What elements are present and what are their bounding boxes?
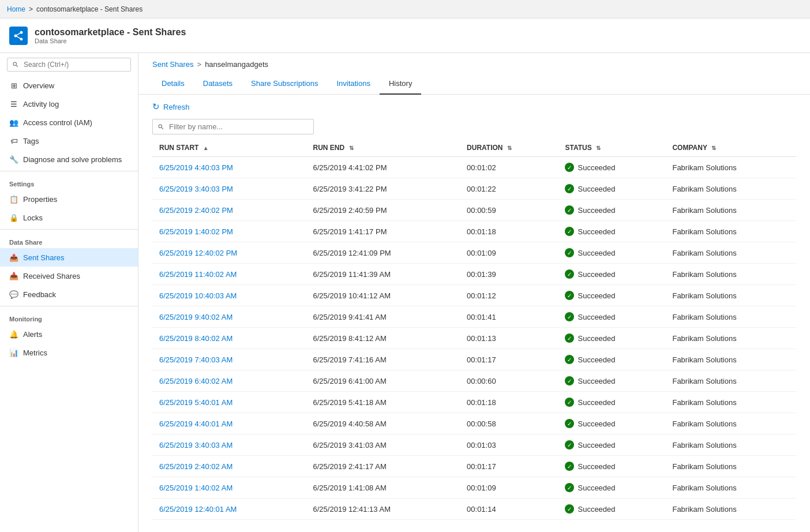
col-run-start[interactable]: RUN START ▲ [152,139,306,157]
breadcrumb-sep-1: > [29,5,33,13]
top-breadcrumb: Home > contosomarketplace - Sent Shares [0,0,810,18]
toolbar: ↻ Refresh [138,95,810,119]
cell-duration-5: 00:01:39 [460,264,558,285]
table-row: 6/25/2019 6:40:02 AM 6/25/2019 6:41:00 A… [152,370,796,392]
cell-status-5: ✓Succeeded [558,264,665,285]
status-succeeded-icon-4: ✓ [565,248,574,257]
run-start-link-6[interactable]: 6/25/2019 10:40:03 AM [159,291,237,300]
run-start-link-10[interactable]: 6/25/2019 6:40:02 AM [159,377,232,385]
cell-status-1: ✓Succeeded [558,178,665,200]
run-start-link-3[interactable]: 6/25/2019 1:40:02 PM [159,227,233,236]
table-row: 6/25/2019 11:40:02 AM 6/25/2019 11:41:39… [152,264,796,285]
cell-status-15: ✓Succeeded [558,477,665,499]
sidebar-item-alerts[interactable]: 🔔 Alerts [0,325,138,343]
tab-share-subscriptions[interactable]: Share Subscriptions [242,73,327,95]
status-succeeded-icon-8: ✓ [565,334,574,343]
cell-status-7: ✓Succeeded [558,306,665,328]
status-succeeded-icon-2: ✓ [565,205,574,215]
table-row: 6/25/2019 4:40:03 PM 6/25/2019 4:41:02 P… [152,157,796,178]
run-start-link-4[interactable]: 6/25/2019 12:40:02 PM [159,249,237,257]
cell-run-start-3: 6/25/2019 1:40:02 PM [152,221,306,242]
col-status[interactable]: STATUS ⇅ [558,139,665,157]
cell-duration-3: 00:01:18 [460,221,558,242]
received-shares-icon: 📥 [9,271,18,280]
cell-duration-2: 00:00:59 [460,200,558,221]
cell-run-end-0: 6/25/2019 4:41:02 PM [306,157,460,178]
run-start-link-15[interactable]: 6/25/2019 1:40:02 AM [159,484,232,492]
cell-run-start-11: 6/25/2019 5:40:01 AM [152,392,306,413]
sidebar-item-locks[interactable]: 🔒 Locks [0,208,138,227]
run-start-link-11[interactable]: 6/25/2019 5:40:01 AM [159,398,232,407]
cell-run-start-5: 6/25/2019 11:40:02 AM [152,264,306,285]
search-input[interactable] [7,58,131,72]
people-icon: 👥 [9,118,18,127]
run-start-link-5[interactable]: 6/25/2019 11:40:02 AM [159,270,237,279]
run-start-link-2[interactable]: 6/25/2019 2:40:02 PM [159,206,233,215]
run-start-link-14[interactable]: 6/25/2019 2:40:02 AM [159,462,232,471]
duration-sort-icon: ⇅ [507,145,512,151]
status-succeeded-icon-16: ✓ [565,504,574,514]
sidebar-divider-3 [0,306,138,306]
sidebar-item-properties[interactable]: 📋 Properties [0,190,138,208]
run-start-link-7[interactable]: 6/25/2019 9:40:02 AM [159,313,232,321]
cell-status-11: ✓Succeeded [558,392,665,413]
sidebar-item-alerts-label: Alerts [23,330,42,339]
tab-history[interactable]: History [380,73,421,95]
filter-input[interactable] [152,119,314,134]
breadcrumb-parent-link[interactable]: Sent Shares [152,60,194,69]
breadcrumb-sep: > [197,60,202,69]
sidebar-item-sent-shares-label: Sent Shares [23,253,65,262]
run-start-link-0[interactable]: 6/25/2019 4:40:03 PM [159,163,233,172]
app-icon [9,27,28,45]
share-icon [13,30,24,42]
tab-datasets[interactable]: Datasets [194,73,242,95]
sidebar-item-feedback[interactable]: 💬 Feedback [0,285,138,304]
sidebar-item-tags[interactable]: 🏷 Tags [0,132,138,150]
refresh-button[interactable]: ↻ Refresh [152,102,190,112]
run-start-link-1[interactable]: 6/25/2019 3:40:03 PM [159,185,233,193]
sidebar-item-sent-shares[interactable]: 📤 Sent Shares [0,248,138,267]
cell-run-end-5: 6/25/2019 11:41:39 AM [306,264,460,285]
table-row: 6/25/2019 7:40:03 AM 6/25/2019 7:41:16 A… [152,349,796,370]
run-start-link-12[interactable]: 6/25/2019 4:40:01 AM [159,419,232,428]
app-title: contosomarketplace - Sent Shares [35,27,186,38]
run-start-link-16[interactable]: 6/25/2019 12:40:01 AM [159,505,237,514]
app-header: contosomarketplace - Sent Shares Data Sh… [0,18,810,53]
table-row: 6/25/2019 3:40:03 AM 6/25/2019 3:41:03 A… [152,434,796,456]
sidebar-item-access-control[interactable]: 👥 Access control (IAM) [0,113,138,132]
cell-run-start-15: 6/25/2019 1:40:02 AM [152,477,306,499]
table-row: 6/25/2019 8:40:02 AM 6/25/2019 8:41:12 A… [152,328,796,349]
cell-status-8: ✓Succeeded [558,328,665,349]
col-company[interactable]: COMPANY ⇅ [665,139,796,157]
tab-invitations[interactable]: Invitations [327,73,380,95]
cell-run-start-9: 6/25/2019 7:40:03 AM [152,349,306,370]
status-succeeded-icon-5: ✓ [565,269,574,279]
run-start-sort-icon: ▲ [203,145,209,151]
tabs-bar: Details Datasets Share Subscriptions Inv… [138,73,810,95]
run-start-link-13[interactable]: 6/25/2019 3:40:03 AM [159,441,232,449]
sidebar-item-diagnose[interactable]: 🔧 Diagnose and solve problems [0,150,138,168]
wrench-icon: 🔧 [9,155,18,164]
run-start-link-8[interactable]: 6/25/2019 8:40:02 AM [159,334,232,343]
status-succeeded-icon-1: ✓ [565,184,574,193]
col-duration[interactable]: DURATION ⇅ [460,139,558,157]
cell-company-1: Fabrikam Solutions [665,178,796,200]
run-start-link-9[interactable]: 6/25/2019 7:40:03 AM [159,355,232,364]
sidebar-item-activity-log[interactable]: ☰ Activity log [0,95,138,113]
sidebar-item-received-shares[interactable]: 📥 Received Shares [0,267,138,285]
monitoring-section-title: Monitoring [0,309,138,325]
cell-run-end-2: 6/25/2019 2:40:59 PM [306,200,460,221]
tab-details[interactable]: Details [152,73,194,95]
status-sort-icon: ⇅ [596,145,601,151]
table-row: 6/25/2019 12:40:01 AM 6/25/2019 12:41:13… [152,499,796,520]
sidebar-item-metrics[interactable]: 📊 Metrics [0,343,138,362]
sidebar-item-overview[interactable]: ⊞ Overview [0,76,138,95]
company-sort-icon: ⇅ [711,145,716,151]
cell-status-16: ✓Succeeded [558,499,665,520]
sidebar-item-activity-log-label: Activity log [23,100,59,108]
home-link[interactable]: Home [7,5,25,13]
top-breadcrumb-page: contosomarketplace - Sent Shares [36,5,142,13]
table-row: 6/25/2019 2:40:02 AM 6/25/2019 2:41:17 A… [152,456,796,477]
cell-company-0: Fabrikam Solutions [665,157,796,178]
col-run-end[interactable]: RUN END ⇅ [306,139,460,157]
